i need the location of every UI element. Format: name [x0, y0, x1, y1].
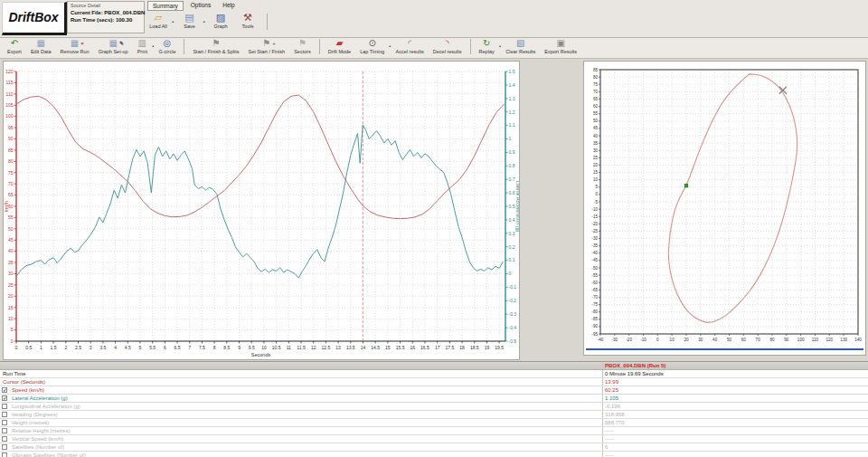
svg-text:8.5: 8.5: [223, 345, 230, 350]
toolbar-button-print[interactable]: ▥Print: [133, 38, 152, 54]
toolbar-label: Tools: [234, 24, 261, 29]
svg-text:15: 15: [8, 305, 14, 310]
table-row[interactable]: Longitudinal Acceleration (g)-0.196: [0, 403, 868, 411]
print-icon: ▥: [137, 38, 147, 48]
channel-checkbox[interactable]: ✓: [2, 395, 7, 401]
svg-text:50: 50: [727, 338, 732, 342]
channel-checkbox[interactable]: [2, 420, 7, 425]
map-divider-line: [586, 348, 863, 350]
toolbar-button-tools[interactable]: ⚒Tools: [234, 12, 261, 29]
svg-text:15: 15: [385, 345, 391, 350]
channel-label: Heading (Degrees): [12, 411, 58, 418]
table-row[interactable]: Cursor (Seconds)13.99: [0, 378, 868, 386]
svg-text:65: 65: [593, 97, 599, 101]
svg-text:-60: -60: [591, 281, 598, 285]
channel-checkbox[interactable]: ✓: [2, 387, 7, 393]
lap-timing-icon: ⊙: [360, 38, 384, 48]
svg-text:0.1: 0.1: [509, 257, 515, 262]
svg-text:0.6: 0.6: [509, 190, 515, 195]
main-chart-panel[interactable]: 0510152025303540455055606570758085909510…: [3, 61, 520, 360]
table-row[interactable]: Relative Height (metres)-----: [0, 427, 868, 435]
svg-text:-15: -15: [591, 214, 598, 219]
toolbar-button-sectors[interactable]: ⚑Sectors: [289, 38, 316, 54]
remove-run-icon-overlay: ×: [80, 39, 84, 49]
table-row[interactable]: Height (metres)588.770: [0, 419, 868, 427]
toolbar-button-start-finish-splits[interactable]: ⚑Start / Finish & Splits: [188, 38, 243, 54]
toolbar-button-clear-results[interactable]: ▧Clear Results: [501, 38, 540, 54]
speed-lateral-chart[interactable]: 0510152025303540455055606570758085909510…: [4, 62, 519, 359]
toolbar-button-graph-set-up[interactable]: ▦✎Graph Set-up: [94, 38, 133, 54]
svg-text:35: 35: [8, 260, 14, 265]
track-map-panel[interactable]: -95-90-85-80-75-70-65-60-55-50-45-40-35-…: [583, 61, 866, 356]
menu-tab-options[interactable]: Options: [186, 1, 215, 11]
toolbar-label: Lap Timing: [360, 49, 384, 54]
menu-tab-summary[interactable]: Summary: [147, 1, 184, 11]
svg-text:17: 17: [435, 345, 440, 350]
menu-tab-help[interactable]: Help: [218, 1, 239, 11]
svg-text:30: 30: [8, 271, 14, 276]
svg-text:14.5: 14.5: [371, 345, 380, 350]
table-row[interactable]: ✓Speed (km/h)60.25: [0, 386, 868, 395]
current-file-label: Current File: PBOX_004.DBN: [71, 10, 141, 15]
toolbar-label: Decel results: [433, 49, 462, 54]
svg-text:85: 85: [593, 68, 599, 72]
series-speed: [16, 95, 505, 219]
svg-text:2: 2: [64, 345, 67, 350]
svg-text:-10: -10: [640, 338, 646, 342]
table-header-row: PBOX_004.DBN (Run 5): [0, 362, 868, 370]
svg-text:0.4: 0.4: [509, 217, 515, 223]
toolbar-button-graph[interactable]: ▨Graph: [207, 12, 234, 29]
channel-checkbox[interactable]: [2, 412, 7, 417]
dropdown-dot[interactable]: .: [203, 15, 206, 24]
svg-text:16: 16: [410, 345, 415, 350]
table-row[interactable]: Vertical Speed (km/h)-----: [0, 435, 868, 443]
svg-text:40: 40: [712, 338, 718, 342]
svg-text:120: 120: [826, 338, 833, 342]
channel-checkbox[interactable]: [2, 428, 7, 433]
toolbar-button-export-results[interactable]: ▣Export Results: [540, 38, 581, 54]
svg-text:-20: -20: [591, 222, 598, 226]
replay-icon: ↻: [479, 38, 495, 48]
toolbar-button-lap-timing[interactable]: ⊙Lap Timing: [355, 38, 389, 54]
svg-text:-50: -50: [591, 266, 598, 271]
toolbar-label: Load All: [145, 24, 172, 29]
table-row[interactable]: Satellites (Number of)6: [0, 443, 868, 452]
channel-checkbox[interactable]: [2, 436, 7, 442]
svg-text:18: 18: [459, 345, 465, 350]
svg-text:12.5: 12.5: [322, 345, 331, 350]
toolbar-button-remove-run[interactable]: ▦×Remove Run: [56, 38, 94, 54]
svg-text:100: 100: [5, 113, 14, 119]
toolbar-button-replay[interactable]: ↻Replay: [475, 38, 499, 54]
source-detail-title: Source Detail: [71, 3, 141, 8]
toolbar-button-load-all[interactable]: ▱Load All: [145, 12, 172, 29]
dropdown-dot[interactable]: .: [172, 15, 175, 24]
toolbar-button-set-start-finish[interactable]: ⚑+Set Start / Finish: [244, 38, 290, 54]
toolbar-button-edit-data[interactable]: ▦Edit Data: [26, 38, 56, 54]
svg-text:0.8: 0.8: [509, 163, 515, 168]
svg-text:95: 95: [8, 125, 14, 130]
channel-label: Cursor (Seconds): [3, 378, 45, 386]
toolbar-button-save[interactable]: ▤Save: [176, 12, 203, 29]
track-map-chart[interactable]: -95-90-85-80-75-70-65-60-55-50-45-40-35-…: [584, 62, 865, 347]
toolbar-button-g-circle[interactable]: ◎G-circle: [155, 38, 181, 54]
channel-value: 60.25: [605, 386, 618, 394]
svg-text:50: 50: [8, 226, 14, 232]
svg-text:50: 50: [593, 119, 599, 123]
toolbar-button-drift-mode[interactable]: ▰Drift Mode: [324, 38, 355, 54]
toolbar-button-accel-results[interactable]: ◜Accel results: [392, 38, 429, 54]
channel-checkbox[interactable]: [2, 404, 7, 409]
toolbar-label: Replay: [479, 49, 495, 54]
export-icon: ↶: [7, 38, 22, 48]
toolbar-button-decel-results[interactable]: ◝Decel results: [429, 38, 467, 54]
table-row[interactable]: ✓Lateral Acceleration (g)1.105: [0, 395, 868, 403]
svg-text:70: 70: [756, 338, 761, 342]
channel-checkbox[interactable]: [2, 452, 7, 457]
table-row[interactable]: Heading (Degrees)318.958: [0, 411, 868, 419]
toolbar-label: Graph: [207, 24, 234, 29]
table-row[interactable]: Glonass Satellites (Number of)-----: [0, 452, 868, 457]
toolbar-label: Drift Mode: [328, 49, 351, 54]
table-row[interactable]: Run Time0 Minute 19.69 Seconds: [0, 370, 868, 378]
svg-text:-0.5: -0.5: [509, 338, 517, 344]
channel-checkbox[interactable]: [2, 444, 7, 450]
toolbar-button-export[interactable]: ↶Export: [3, 38, 26, 54]
